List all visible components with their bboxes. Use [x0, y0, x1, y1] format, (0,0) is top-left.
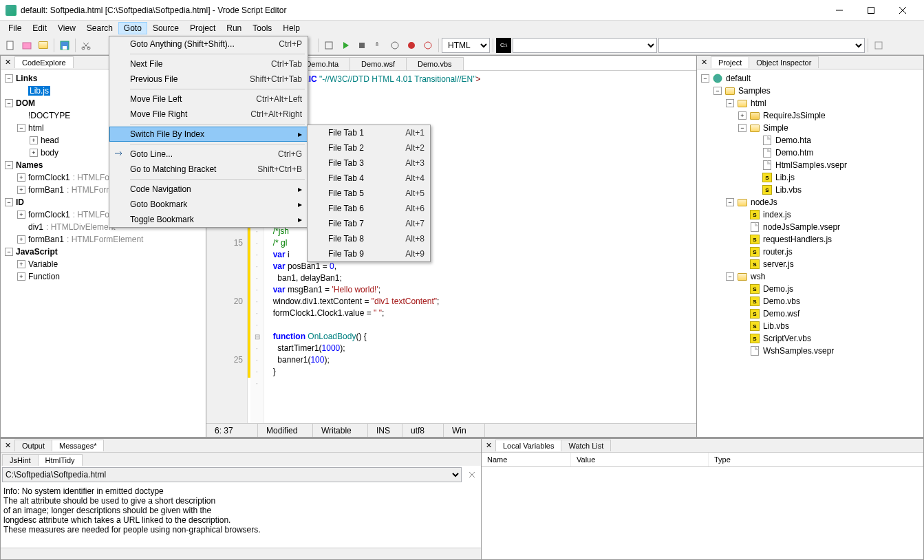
watch-list-tab[interactable]: Watch List	[561, 440, 611, 451]
filetab-alt-5[interactable]: File Tab 5Alt+5	[308, 186, 430, 201]
project-close-icon[interactable]: ✕	[698, 57, 709, 68]
tree-node-nodejs[interactable]: −nodeJs	[698, 196, 922, 208]
menu-tools[interactable]: Tools	[247, 22, 277, 34]
filetab-demo-vbs[interactable]: Demo.vbs	[406, 57, 464, 70]
vars-close-icon[interactable]: ✕	[483, 440, 494, 451]
tree-node-demo-wsf[interactable]: SDemo.wsf	[698, 308, 922, 320]
tree-node-variable[interactable]: +Variable	[2, 258, 204, 270]
tree-node-lib-js[interactable]: SLib.js	[698, 171, 922, 184]
menu-run[interactable]: Run	[221, 22, 247, 34]
tree-node-samples[interactable]: −Samples	[698, 85, 922, 97]
tree-node-wsh[interactable]: −wsh	[698, 270, 922, 283]
goto-next-file[interactable]: Next FileCtrl+Tab	[109, 56, 308, 72]
tree-node-default[interactable]: −default	[698, 72, 922, 85]
project-tab[interactable]: Project	[711, 56, 749, 68]
stop-button[interactable]	[354, 38, 369, 53]
tree-node-scriptver-vbs[interactable]: SScriptVer.vbs	[698, 332, 922, 345]
menu-help[interactable]: Help	[277, 22, 305, 34]
tree-toggle[interactable]: +	[738, 111, 746, 120]
tree-node-server-js[interactable]: Sserver.js	[698, 258, 922, 270]
filetab-alt-1[interactable]: File Tab 1Alt+1	[308, 125, 430, 140]
tree-node-lib-vbs[interactable]: SLib.vbs	[698, 184, 922, 196]
new-button[interactable]	[3, 38, 18, 53]
tree-node-lib-vbs[interactable]: SLib.vbs	[698, 320, 922, 332]
goto-previous-file[interactable]: Previous FileShift+Ctrl+Tab	[109, 72, 308, 87]
tree-node-function[interactable]: +Function	[2, 270, 204, 283]
filetab-alt-3[interactable]: File Tab 3Alt+3	[308, 155, 430, 171]
goto-code-navigation[interactable]: Code Navigation▸	[109, 182, 308, 197]
new-project-button[interactable]	[19, 38, 34, 53]
run-button[interactable]	[338, 38, 353, 53]
cut-button[interactable]	[78, 38, 94, 53]
tree-node-demo-hta[interactable]: Demo.hta	[698, 134, 922, 147]
language-select[interactable]: HTML	[442, 38, 490, 53]
tree-node-requesthandlers-js[interactable]: SrequestHandlers.js	[698, 233, 922, 246]
col-value[interactable]: Value	[571, 453, 709, 466]
goto-switch-file-by-index[interactable]: Switch File By Index▸File Tab 1Alt+1File…	[109, 127, 308, 142]
goto-goto-bookmark[interactable]: Goto Bookmark▸	[109, 197, 308, 212]
filetab-alt-7[interactable]: File Tab 7Alt+7	[308, 216, 430, 231]
tree-toggle[interactable]: −	[17, 124, 25, 132]
tree-node-simple[interactable]: −Simple	[698, 122, 922, 134]
tree-node-javascript[interactable]: −JavaScript	[2, 246, 204, 258]
open-button[interactable]	[36, 38, 51, 53]
breakpoint-button[interactable]	[404, 38, 419, 53]
goto-toggle-bookmark[interactable]: Toggle Bookmark▸	[109, 212, 308, 227]
extra-button[interactable]	[871, 38, 886, 53]
tree-toggle[interactable]: −	[5, 99, 13, 107]
output-path-select[interactable]: C:\Softpedia\Softpedia.html	[2, 467, 462, 482]
goto-go-to-matching-bracket[interactable]: Go to Matching BracketShift+Ctrl+B	[109, 162, 308, 177]
save-button[interactable]	[57, 38, 72, 53]
tree-toggle[interactable]: +	[17, 186, 25, 194]
tree-toggle[interactable]: −	[726, 99, 734, 107]
menu-search[interactable]: Search	[81, 22, 118, 34]
menu-edit[interactable]: Edit	[27, 22, 52, 34]
jshint-tab[interactable]: JsHint	[2, 454, 39, 466]
tree-toggle[interactable]: −	[726, 272, 734, 281]
terminal-button[interactable]: C:\	[496, 38, 511, 53]
menu-view[interactable]: View	[52, 22, 81, 34]
tree-toggle[interactable]: +	[30, 149, 38, 157]
filetab-alt-4[interactable]: File Tab 4Alt+4	[308, 171, 430, 186]
tree-node-nodejssample-vsepr[interactable]: nodeJsSample.vsepr	[698, 221, 922, 233]
debug-button[interactable]	[420, 38, 436, 53]
tree-node-wshsamples-vsepr[interactable]: WshSamples.vsepr	[698, 345, 922, 357]
tree-toggle[interactable]: +	[17, 173, 25, 182]
tree-toggle[interactable]: −	[5, 74, 13, 83]
output-tab[interactable]: Output	[14, 440, 52, 451]
tree-node-demo-htm[interactable]: Demo.htm	[698, 147, 922, 159]
tree-node-router-js[interactable]: Srouter.js	[698, 246, 922, 258]
tree-toggle[interactable]: −	[726, 198, 734, 206]
combo1[interactable]	[513, 38, 657, 53]
hand-button[interactable]	[371, 38, 386, 53]
menu-source[interactable]: Source	[147, 22, 184, 34]
htmltidy-tab[interactable]: HtmlTidy	[38, 454, 83, 466]
minimize-button[interactable]	[824, 0, 855, 21]
code-explore-tab[interactable]: CodeExplore	[14, 56, 74, 68]
tree-node-index-js[interactable]: Sindex.js	[698, 208, 922, 221]
tree-toggle[interactable]: −	[5, 161, 13, 169]
tree-toggle[interactable]: −	[738, 124, 746, 132]
tree-node-demo-js[interactable]: SDemo.js	[698, 283, 922, 295]
output-tool-button[interactable]	[464, 467, 480, 482]
col-name[interactable]: Name	[482, 453, 571, 466]
menu-goto[interactable]: Goto	[118, 22, 147, 34]
goto-move-file-left[interactable]: Move File LeftCtrl+Alt+Left	[109, 91, 308, 107]
filetab-alt-8[interactable]: File Tab 8Alt+8	[308, 231, 430, 246]
menu-file[interactable]: File	[3, 22, 27, 34]
goto-goto-anything-shift-shift-[interactable]: Goto Anything (Shift+Shift)...Ctrl+P	[109, 36, 308, 52]
tree-toggle[interactable]: −	[713, 87, 722, 95]
local-vars-tab[interactable]: Local Variables	[495, 440, 561, 451]
output-scrollbar[interactable]	[1, 548, 481, 559]
tree-toggle[interactable]: +	[17, 260, 25, 268]
goto-move-file-right[interactable]: Move File RightCtrl+Alt+Right	[109, 107, 308, 122]
step-button[interactable]	[387, 38, 402, 53]
tree-node-requirejssimple[interactable]: +RequireJsSimple	[698, 109, 922, 122]
messages-tab[interactable]: Messages*	[52, 440, 104, 451]
close-button[interactable]	[887, 0, 918, 21]
panel-close-icon[interactable]: ✕	[2, 57, 13, 68]
filetab-alt-2[interactable]: File Tab 2Alt+2	[308, 140, 430, 155]
filetab-demo-wsf[interactable]: Demo.wsf	[350, 57, 407, 70]
output-close-icon[interactable]: ✕	[2, 440, 13, 451]
project-tree[interactable]: −default−Samples−html+RequireJsSimple−Si…	[697, 69, 923, 437]
